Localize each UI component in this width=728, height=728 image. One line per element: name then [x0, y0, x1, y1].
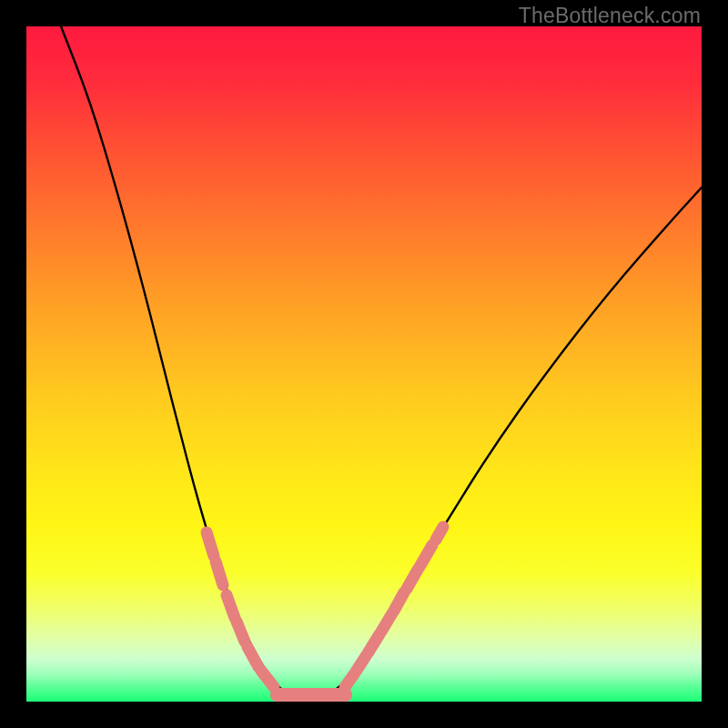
- chart-svg: [26, 26, 702, 702]
- svg-line-12: [407, 570, 418, 589]
- highlight-markers-left: [207, 532, 274, 687]
- svg-line-9: [368, 634, 379, 653]
- highlight-bottom: [270, 688, 352, 702]
- chart-frame: [26, 26, 702, 702]
- svg-line-4: [237, 622, 245, 642]
- svg-line-2: [216, 561, 223, 585]
- svg-line-14: [436, 527, 443, 540]
- svg-line-10: [381, 613, 392, 632]
- svg-line-13: [420, 545, 432, 567]
- svg-line-11: [394, 592, 404, 611]
- svg-line-6: [261, 671, 274, 687]
- svg-line-8: [356, 656, 366, 672]
- watermark: TheBottleneck.com: [519, 4, 701, 28]
- svg-line-3: [227, 595, 235, 618]
- svg-line-5: [248, 647, 258, 667]
- bottleneck-curve: [61, 26, 702, 700]
- highlight-markers-right: [345, 527, 443, 687]
- svg-line-1: [207, 532, 214, 556]
